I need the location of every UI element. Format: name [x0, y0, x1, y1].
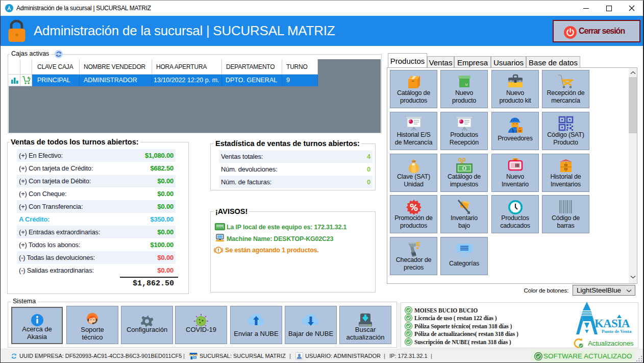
- svg-text:Punto de Venta: Punto de Venta: [602, 329, 632, 334]
- svg-text:KASIA: KASIA: [595, 317, 630, 330]
